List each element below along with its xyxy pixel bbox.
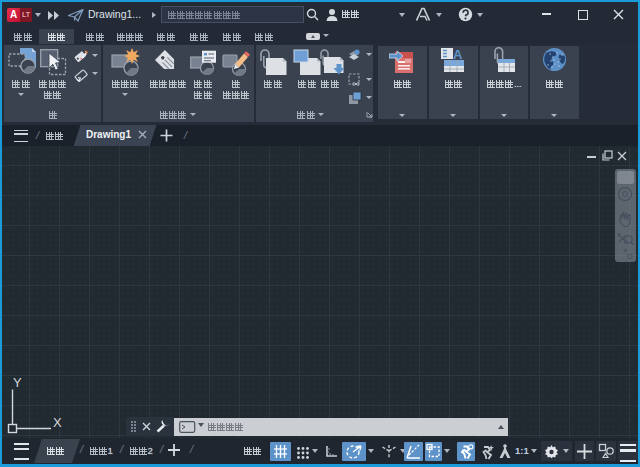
svg-text:X: X bbox=[53, 415, 62, 430]
svg-text:Y: Y bbox=[13, 375, 22, 390]
svg-text:A: A bbox=[453, 47, 463, 62]
